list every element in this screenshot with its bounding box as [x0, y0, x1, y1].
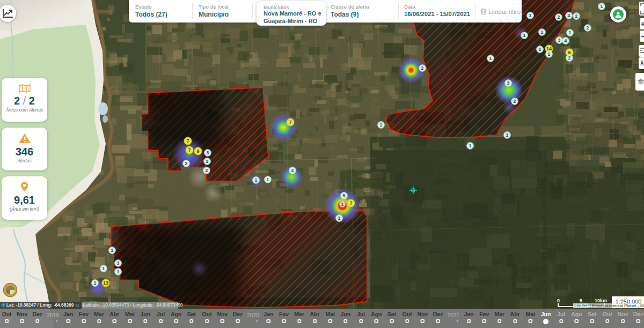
svg-text:4: 4 [565, 38, 567, 43]
svg-text:2: 2 [587, 25, 589, 31]
svg-text:2: 2 [539, 47, 541, 52]
svg-text:1: 1 [338, 215, 341, 221]
svg-text:9: 9 [196, 148, 199, 154]
svg-text:1: 1 [341, 202, 344, 207]
svg-text:1: 1 [569, 30, 572, 35]
svg-text:0: 0 [557, 298, 560, 303]
svg-text:1: 1 [380, 122, 383, 128]
svg-text:1: 1 [469, 143, 472, 148]
svg-text:1: 1 [523, 33, 526, 38]
svg-text:1: 1 [111, 248, 114, 253]
svg-text:4: 4 [568, 13, 570, 18]
svg-text:2: 2 [568, 55, 571, 61]
svg-text:1: 1 [548, 51, 551, 57]
svg-text:2: 2 [575, 13, 578, 19]
svg-text:3: 3 [207, 150, 209, 155]
svg-text:2: 2 [421, 65, 424, 71]
svg-text:3: 3 [507, 80, 510, 86]
svg-text:1: 1 [267, 177, 269, 182]
svg-text:3: 3 [558, 38, 561, 43]
svg-text:1: 1 [489, 56, 492, 61]
svg-text:4: 4 [291, 168, 294, 173]
svg-text:5: 5 [343, 193, 346, 198]
svg-text:7: 7 [289, 120, 291, 125]
svg-text:3: 3 [117, 260, 120, 266]
svg-text:2: 2 [206, 159, 209, 164]
svg-text:7: 7 [186, 138, 189, 144]
svg-text:1: 1 [255, 177, 258, 183]
svg-text:1: 1 [529, 13, 532, 18]
svg-text:2: 2 [558, 14, 560, 20]
svg-text:1: 1 [601, 4, 603, 9]
svg-text:1: 1 [506, 132, 509, 138]
svg-text:1: 1 [117, 269, 120, 274]
svg-text:2: 2 [185, 161, 188, 166]
svg-text:1: 1 [94, 280, 97, 286]
svg-text:7: 7 [188, 147, 191, 153]
svg-text:7: 7 [349, 200, 352, 206]
svg-text:1: 1 [103, 266, 105, 271]
svg-text:13: 13 [103, 280, 108, 286]
svg-text:2: 2 [206, 168, 208, 173]
svg-text:2: 2 [514, 99, 516, 104]
svg-text:1: 1 [541, 29, 544, 35]
